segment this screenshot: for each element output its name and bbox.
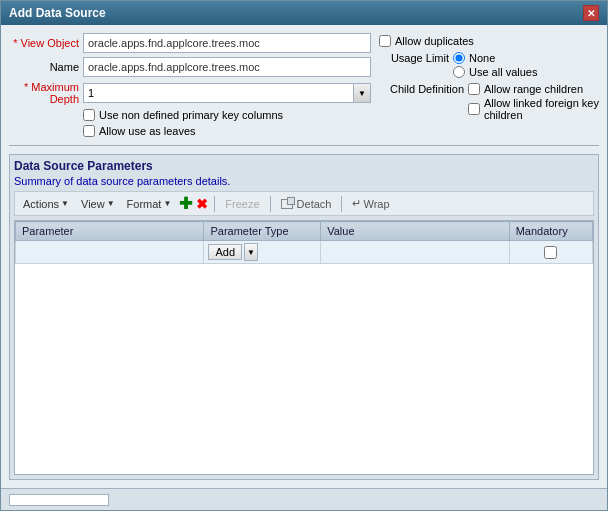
name-input[interactable]	[83, 57, 371, 77]
mandatory-check-container	[514, 246, 588, 259]
actions-label: Actions	[23, 198, 59, 210]
wrap-button[interactable]: ↵ Wrap	[348, 196, 393, 211]
detach-icon	[281, 199, 293, 209]
allow-linked-checkbox[interactable]	[468, 103, 480, 115]
row-parameter-input[interactable]	[20, 246, 199, 258]
view-chevron-icon: ▼	[107, 199, 115, 208]
allow-duplicates-label: Allow duplicates	[395, 35, 474, 47]
allow-duplicates-row: Allow duplicates	[379, 35, 599, 47]
use-all-values-radio[interactable]	[453, 66, 465, 78]
toolbar-separator-3	[341, 196, 342, 212]
mandatory-checkbox[interactable]	[544, 246, 557, 259]
add-cell-button[interactable]: Add	[208, 244, 242, 260]
allow-leaves-row: Allow use as leaves	[83, 125, 371, 137]
non-defined-pk-checkbox[interactable]	[83, 109, 95, 121]
child-definition-label: Child Definition	[379, 83, 464, 95]
actions-button[interactable]: Actions ▼	[19, 197, 73, 211]
view-object-label: * View Object	[9, 37, 79, 49]
format-chevron-icon: ▼	[163, 199, 171, 208]
bottom-bar	[1, 488, 607, 510]
max-depth-label: * Maximum Depth	[9, 81, 79, 105]
toolbar-separator-2	[270, 196, 271, 212]
allow-range-children-checkbox[interactable]	[468, 83, 480, 95]
max-depth-field: ▼	[83, 83, 371, 103]
wrap-label: Wrap	[363, 198, 389, 210]
allow-range-children-label: Allow range children	[484, 83, 583, 95]
dialog-title-text: Add Data Source	[9, 6, 106, 20]
non-defined-pk-row: Use non defined primary key columns	[83, 109, 371, 121]
add-cell: Add ▼	[208, 243, 316, 261]
params-table: Parameter Parameter Type Value Mandatory	[15, 221, 593, 264]
max-depth-row: * Maximum Depth ▼	[9, 81, 371, 105]
usage-limit-radio-group: None Use all values	[453, 52, 537, 78]
table-row: Add ▼	[16, 241, 593, 264]
params-section: Data Source Parameters Summary of data s…	[9, 154, 599, 480]
col-parameter: Parameter	[16, 222, 204, 241]
col-mandatory: Mandatory	[509, 222, 592, 241]
allow-range-children-row: Allow range children	[468, 83, 599, 95]
row-mandatory-cell	[509, 241, 592, 264]
view-button[interactable]: View ▼	[77, 197, 119, 211]
none-label: None	[469, 52, 495, 64]
use-all-values-row: Use all values	[453, 66, 537, 78]
format-label: Format	[127, 198, 162, 210]
use-all-values-label: Use all values	[469, 66, 537, 78]
toolbar-separator-1	[214, 196, 215, 212]
view-object-input[interactable]	[83, 33, 371, 53]
child-definition-section: Child Definition Allow range children Al…	[379, 83, 599, 121]
name-row: Name	[9, 57, 371, 77]
dialog-close-button[interactable]: ✕	[583, 5, 599, 21]
view-label: View	[81, 198, 105, 210]
child-def-options: Allow range children Allow linked foreig…	[468, 83, 599, 121]
col-value: Value	[321, 222, 509, 241]
wrap-icon: ↵	[352, 197, 361, 210]
left-fields: * View Object Name * Maximum Depth ▼	[9, 33, 371, 137]
bottom-indicator	[9, 494, 109, 506]
section-divider	[9, 145, 599, 146]
form-section: * View Object Name * Maximum Depth ▼	[9, 33, 599, 137]
add-row-icon[interactable]: ✚	[179, 194, 192, 213]
max-depth-input[interactable]	[83, 83, 353, 103]
params-toolbar: Actions ▼ View ▼ Format ▼ ✚ ✖ Freeze	[14, 191, 594, 216]
freeze-button[interactable]: Freeze	[221, 197, 263, 211]
row-value-cell	[321, 241, 509, 264]
allow-leaves-checkbox[interactable]	[83, 125, 95, 137]
detach-label: Detach	[297, 198, 332, 210]
allow-linked-row: Allow linked foreign key children	[468, 97, 599, 121]
add-cell-dropdown[interactable]: ▼	[244, 243, 258, 261]
usage-limit-label: Usage Limit	[379, 52, 449, 64]
none-option-row: None	[453, 52, 537, 64]
none-radio[interactable]	[453, 52, 465, 64]
dialog-title-bar: Add Data Source ✕	[1, 1, 607, 25]
non-defined-pk-label: Use non defined primary key columns	[99, 109, 283, 121]
table-body: Add ▼	[16, 241, 593, 264]
view-object-row: * View Object	[9, 33, 371, 53]
freeze-label: Freeze	[225, 198, 259, 210]
params-table-container: Parameter Parameter Type Value Mandatory	[14, 220, 594, 475]
add-data-source-dialog: Add Data Source ✕ * View Object Name	[0, 0, 608, 511]
allow-linked-label: Allow linked foreign key children	[484, 97, 599, 121]
col-parameter-type: Parameter Type	[204, 222, 321, 241]
name-label: Name	[9, 61, 79, 73]
format-button[interactable]: Format ▼	[123, 197, 176, 211]
delete-row-icon[interactable]: ✖	[196, 196, 208, 212]
usage-limit-section: Usage Limit None Use all values	[379, 52, 599, 78]
row-parameter-type-cell: Add ▼	[204, 241, 321, 264]
max-depth-dropdown-btn[interactable]: ▼	[353, 83, 371, 103]
detach-button[interactable]: Detach	[277, 197, 336, 211]
row-value-input[interactable]	[325, 246, 504, 258]
table-header: Parameter Parameter Type Value Mandatory	[16, 222, 593, 241]
allow-duplicates-checkbox[interactable]	[379, 35, 391, 47]
allow-leaves-label: Allow use as leaves	[99, 125, 196, 137]
row-parameter-cell	[16, 241, 204, 264]
params-title: Data Source Parameters	[14, 159, 594, 173]
right-options: Allow duplicates Usage Limit None Use al…	[379, 33, 599, 137]
dialog-body: * View Object Name * Maximum Depth ▼	[1, 25, 607, 488]
params-subtitle: Summary of data source parameters detail…	[14, 175, 594, 187]
actions-chevron-icon: ▼	[61, 199, 69, 208]
